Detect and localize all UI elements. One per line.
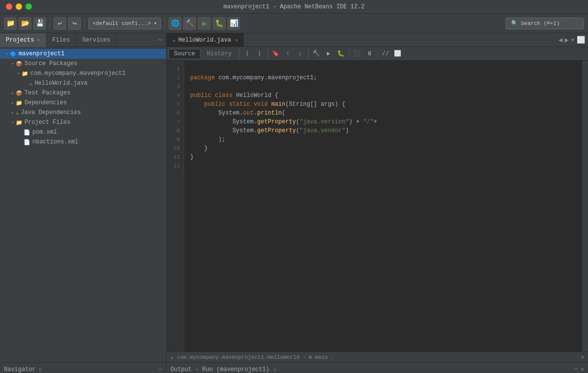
tree-expand-icon: ▸	[10, 100, 16, 106]
config-dropdown[interactable]: <default confi...> ▾	[88, 18, 161, 29]
editor-scrollbar[interactable]	[582, 61, 588, 351]
toggle-bookmark-button[interactable]: 🔖	[270, 48, 281, 59]
breadcrumb-close-button[interactable]: ✕	[581, 354, 584, 360]
navigator-close-button[interactable]: ✕	[39, 367, 42, 373]
xml-file-icon: 📄	[24, 129, 30, 136]
line-numbers: 1 2 3 4 5 6 7 8 9 10 11 12	[167, 61, 184, 351]
maximize-button[interactable]	[25, 3, 32, 10]
navigator-header: Navigator ✕ ─	[0, 363, 166, 373]
close-button[interactable]	[6, 3, 12, 10]
run-last-button[interactable]: ▶	[323, 48, 334, 59]
breadcrumb-bar: ☕ com.mycompany.mavenproject1.HelloWorld…	[167, 351, 588, 362]
navigator-title: Navigator	[4, 366, 36, 373]
debug-button[interactable]: 🐛	[213, 17, 225, 30]
bottom-area: Navigator ✕ ─ ⚙ deploy deploy-file ⚙ ins…	[0, 362, 588, 373]
minimize-button[interactable]	[16, 3, 22, 10]
folder-icon: 📁	[16, 119, 23, 126]
editor-sep-4	[349, 49, 349, 58]
project-icon: 🔷	[10, 51, 17, 57]
breadcrumb-sep-1: ›	[302, 354, 306, 360]
title-bar: mavenproject1 - Apache NetBeans IDE 12.2	[0, 0, 588, 14]
tab-services[interactable]: Services	[76, 33, 117, 47]
tree-expand-icon: ▾	[16, 71, 22, 76]
tree-item-package[interactable]: ▾ 📁 com.mycompany.mavenproject1	[0, 69, 166, 78]
config-label: <default confi...>	[93, 21, 151, 26]
code-editor[interactable]: 1 2 3 4 5 6 7 8 9 10 11 12 package com.m…	[167, 61, 588, 351]
search-placeholder: Search (⌘+I)	[521, 20, 560, 26]
maximize-icon[interactable]: ⬜	[577, 36, 585, 44]
redo-button[interactable]: ↪	[68, 17, 81, 30]
project-tree: ▾ 🔷 mavenproject1 ▾ 📦 Source Packages ▾ …	[0, 47, 166, 362]
search-icon: 🔍	[511, 20, 518, 26]
editor-tab-helloworld[interactable]: ☕ HelloWorld.java ✕	[167, 33, 245, 47]
new-project-button[interactable]: 📁	[4, 17, 17, 30]
method-icon: ⚙	[309, 354, 312, 360]
tree-expand-icon: ▸	[10, 110, 16, 116]
editor-sep-1	[239, 49, 240, 58]
java-tab-icon: ☕	[172, 37, 176, 43]
history-tab[interactable]: History	[202, 49, 236, 58]
save-button[interactable]: 💾	[33, 17, 46, 30]
search-box[interactable]: 🔍 Search (⌘+I)	[506, 18, 584, 29]
hammer-button[interactable]: 🔨	[183, 17, 196, 30]
tree-item-source-packages[interactable]: ▾ 📦 Source Packages	[0, 59, 166, 69]
window-title: mavenproject1 - Apache NetBeans IDE 12.2	[223, 3, 365, 10]
nav-left-icon[interactable]: ◀	[559, 36, 563, 44]
restore-button[interactable]: ─	[157, 36, 164, 44]
navigator-controls: ─	[159, 366, 162, 373]
profile-button[interactable]: 📊	[227, 17, 240, 30]
editor-tab-close-icon[interactable]: ✕	[235, 37, 238, 43]
expand-button[interactable]: ⬜	[392, 48, 403, 59]
navigator-panel: Navigator ✕ ─ ⚙ deploy deploy-file ⚙ ins…	[0, 363, 167, 373]
left-panel: Projects ✕ Files Services ─ ▾ 🔷 mavenpro…	[0, 33, 167, 362]
pause-button[interactable]: ⏸	[364, 48, 375, 59]
undo-button[interactable]: ↩	[53, 17, 66, 30]
folder-icon: ☕	[16, 110, 19, 116]
browser-button[interactable]: 🌐	[169, 17, 181, 30]
stop-button[interactable]: ⬛	[352, 48, 363, 59]
next-bookmark-button[interactable]: ↓	[295, 48, 306, 59]
prev-bookmark-button[interactable]: ↑	[283, 48, 294, 59]
tree-item-helloworld[interactable]: ☕ HelloWorld.java	[0, 78, 166, 88]
tree-item-nbactions[interactable]: 📄 nbactions.xml	[0, 137, 166, 147]
editor-panel: ☕ HelloWorld.java ✕ ◀ ▶ ▾ ⬜ Source Histo…	[167, 33, 588, 362]
tree-item-java-deps[interactable]: ▸ ☕ Java Dependencies	[0, 108, 166, 117]
tree-item-dependencies[interactable]: ▸ 📁 Dependencies	[0, 98, 166, 108]
output-close-button[interactable]: ✕	[273, 367, 276, 373]
nav-right-icon[interactable]: ▶	[564, 36, 568, 44]
window-controls[interactable]	[6, 3, 32, 10]
debug-button[interactable]: 🐛	[336, 48, 346, 59]
tab-list-icon[interactable]: ▾	[571, 36, 575, 44]
xml-file-icon: 📄	[24, 139, 30, 145]
tree-item-pom[interactable]: 📄 pom.xml	[0, 127, 166, 137]
editor-sep-2	[268, 49, 268, 58]
tree-item-mavenproject1[interactable]: ▾ 🔷 mavenproject1	[0, 49, 166, 59]
editor-tab-nav: ◀ ▶ ▾ ⬜	[559, 36, 588, 44]
tree-expand-icon: ▾	[4, 51, 10, 57]
tab-projects[interactable]: Projects ✕	[0, 33, 47, 47]
forward-button[interactable]: ⟩	[254, 48, 265, 59]
editor-tab-bar: ☕ HelloWorld.java ✕ ◀ ▶ ▾ ⬜	[167, 33, 588, 47]
output-panel: Output - Run (mavenproject1) ✕ ─ ✕ ▶ [IN…	[167, 363, 588, 373]
left-tab-bar: Projects ✕ Files Services ─	[0, 33, 166, 47]
tree-item-test-packages[interactable]: ▸ 📦 Test Packages	[0, 88, 166, 98]
output-title: Output - Run (mavenproject1)	[171, 366, 270, 373]
tree-expand-icon: ▾	[10, 120, 16, 125]
source-tab[interactable]: Source	[169, 49, 200, 58]
output-restore-button[interactable]: ─	[574, 366, 578, 373]
code-content[interactable]: package com.mycompany.mavenproject1; pub…	[184, 61, 582, 351]
tree-item-project-files[interactable]: ▾ 📁 Project Files	[0, 117, 166, 127]
tab-files[interactable]: Files	[47, 33, 76, 47]
nav-restore-button[interactable]: ─	[159, 366, 162, 373]
output-maximize-button[interactable]: ✕	[581, 366, 584, 373]
editor-sep-3	[308, 49, 309, 58]
tab-close-icon[interactable]: ✕	[37, 37, 40, 43]
comment-button[interactable]: //	[380, 48, 391, 59]
package-icon: 📁	[22, 70, 28, 77]
back-button[interactable]: ⟨	[242, 48, 253, 59]
run-button[interactable]: ▶	[198, 17, 211, 30]
open-project-button[interactable]: 📂	[19, 17, 31, 30]
output-header: Output - Run (mavenproject1) ✕ ─ ✕	[167, 363, 588, 373]
build-button[interactable]: 🔨	[311, 48, 322, 59]
toolbar-separator-2	[84, 18, 85, 29]
